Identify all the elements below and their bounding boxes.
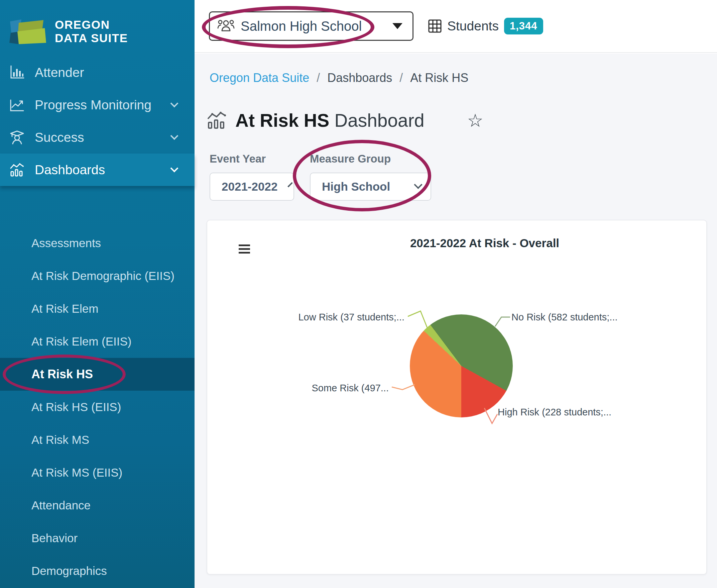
sidebar-item-label: Dashboards <box>35 163 105 177</box>
brand-line2: DATA SUITE <box>55 31 128 45</box>
students-table-link[interactable]: Students 1,344 <box>428 12 543 41</box>
dashboard-analytics-icon <box>207 111 226 130</box>
oregon-data-suite-logo-icon <box>9 18 47 45</box>
submenu-item-at-risk-demographic-eiis[interactable]: At Risk Demographic (EIIS) <box>0 259 195 292</box>
pie-label-high-risk: High Risk (228 students;... <box>498 405 611 419</box>
no-risk-connector-line <box>495 317 510 327</box>
people-group-icon <box>217 19 235 34</box>
pie-label-no-risk: No Risk (582 students;... <box>512 310 618 324</box>
sidebar-item-attender[interactable]: Attender <box>0 56 195 89</box>
breadcrumb-at-risk-hs: At Risk HS <box>410 71 468 85</box>
submenu-item-at-risk-hs[interactable]: At Risk HS <box>0 358 195 391</box>
page-title: At Risk HS Dashboard <box>235 110 425 131</box>
measure-group-value: High School <box>322 180 390 193</box>
submenu-item-at-risk-elem-eiis[interactable]: At Risk Elem (EIIS) <box>0 325 195 358</box>
favorite-star-icon[interactable]: ☆ <box>467 111 483 130</box>
low-risk-connector-line <box>408 311 428 329</box>
breadcrumb-separator: / <box>317 71 320 85</box>
measure-group-label: Measure Group <box>310 152 431 165</box>
event-year-label: Event Year <box>210 152 294 165</box>
sidebar-item-label: Success <box>35 130 84 145</box>
pie-chart[interactable] <box>410 314 513 417</box>
submenu-item-at-risk-ms-eiis[interactable]: At Risk MS (EIIS) <box>0 456 195 489</box>
brand-line1: OREGON <box>55 18 128 31</box>
sidebar-item-label: Progress Monitoring <box>35 98 151 112</box>
submenu-item-at-risk-hs-eiis[interactable]: At Risk HS (EIIS) <box>0 391 195 423</box>
measure-group-select[interactable]: High School <box>310 173 431 201</box>
app-root: OREGON DATA SUITE Attender <box>0 0 717 588</box>
dashboards-chart-icon <box>9 162 25 177</box>
students-count-badge: 1,344 <box>504 18 543 35</box>
page-title-row: At Risk HS Dashboard ☆ <box>207 110 483 131</box>
brand-text: OREGON DATA SUITE <box>55 18 128 45</box>
sidebar-nav: Attender Progress Monitoring Suc <box>0 56 195 186</box>
submenu-item-behavior[interactable]: Behavior <box>0 522 195 554</box>
submenu-item-attendance[interactable]: Attendance <box>0 489 195 522</box>
logo-link[interactable]: OREGON DATA SUITE <box>0 0 195 50</box>
main-content: Oregon Data Suite / Dashboards / At Risk… <box>195 54 717 588</box>
school-selector-value: Salmon High School <box>241 19 362 34</box>
graduate-icon <box>9 130 25 145</box>
sidebar: OREGON DATA SUITE Attender <box>0 0 195 588</box>
school-selector-dropdown[interactable]: Salmon High School <box>209 12 413 41</box>
chevron-down-icon <box>288 182 293 188</box>
chart-title: 2021-2022 At Risk - Overall <box>410 236 559 250</box>
event-year-select[interactable]: 2021-2022 <box>210 173 294 201</box>
students-label: Students <box>447 19 499 34</box>
submenu-item-demographics[interactable]: Demographics <box>0 554 195 587</box>
bar-chart-icon <box>9 65 25 80</box>
breadcrumb-oregon-data-suite[interactable]: Oregon Data Suite <box>210 71 309 85</box>
dashboards-submenu: Assessments At Risk Demographic (EIIS) A… <box>0 227 195 587</box>
submenu-item-assessments[interactable]: Assessments <box>0 227 195 259</box>
sidebar-item-dashboards[interactable]: Dashboards <box>0 153 195 186</box>
sidebar-item-progress-monitoring[interactable]: Progress Monitoring <box>0 89 195 121</box>
sidebar-item-label: Attender <box>35 65 84 80</box>
some-risk-connector-line <box>392 385 415 390</box>
breadcrumb-separator: / <box>399 71 403 85</box>
measure-group-filter: Measure Group High School <box>310 152 431 201</box>
sidebar-item-success[interactable]: Success <box>0 121 195 153</box>
table-grid-icon <box>428 19 442 33</box>
breadcrumb-dashboards[interactable]: Dashboards <box>327 71 392 85</box>
pie-label-some-risk: Some Risk (497... <box>312 381 389 395</box>
chevron-down-icon <box>414 181 422 189</box>
event-year-value: 2021-2022 <box>222 180 278 193</box>
chevron-down-icon <box>170 99 178 107</box>
event-year-filter: Event Year 2021-2022 <box>210 152 294 201</box>
page-title-strong: At Risk HS <box>235 110 329 131</box>
topbar: Salmon High School Students 1,344 <box>195 0 717 53</box>
caret-down-icon <box>392 23 403 29</box>
breadcrumb: Oregon Data Suite / Dashboards / At Risk… <box>210 71 468 85</box>
pie-label-low-risk: Low Risk (37 students;... <box>298 310 405 324</box>
submenu-item-at-risk-elem[interactable]: At Risk Elem <box>0 292 195 325</box>
chevron-down-icon <box>170 164 178 172</box>
chevron-down-icon <box>170 132 178 140</box>
page-title-rest: Dashboard <box>329 110 424 131</box>
at-risk-overall-chart-card: 2021-2022 At Risk - Overall Low Risk (37… <box>207 220 707 575</box>
chart-context-menu-button[interactable] <box>239 245 250 255</box>
submenu-item-at-risk-ms[interactable]: At Risk MS <box>0 423 195 456</box>
line-chart-icon <box>9 97 25 113</box>
